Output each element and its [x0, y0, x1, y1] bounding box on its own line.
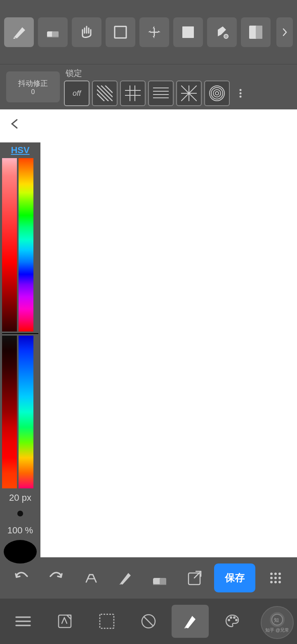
svg-point-35: [240, 89, 242, 91]
svg-rect-3: [115, 26, 126, 38]
more-tools-button[interactable]: [276, 17, 293, 47]
svg-point-31: [215, 92, 219, 95]
pen-button[interactable]: [111, 564, 139, 592]
svg-line-25: [189, 93, 197, 101]
lock-concentric-button[interactable]: [204, 80, 230, 106]
eraser-bottom-button[interactable]: [145, 564, 174, 592]
pencil-tool-button[interactable]: [4, 17, 34, 47]
color-strips-top[interactable]: [2, 158, 38, 331]
zhihu-inner: 知 知乎 @兄常: [265, 612, 289, 633]
concentric-circles-icon: [209, 85, 225, 101]
zhihu-icon: 知: [270, 612, 285, 627]
svg-point-50: [270, 581, 273, 583]
svg-point-36: [240, 92, 242, 95]
zhihu-label: 知乎 @兄常: [265, 627, 289, 633]
top-toolbar: [0, 0, 297, 64]
redo-button[interactable]: [42, 564, 71, 592]
eraser-tool-button[interactable]: [38, 17, 68, 47]
svg-point-45: [274, 573, 277, 575]
lock-label: 锁定: [66, 68, 249, 79]
shake-correction-button[interactable]: 抖动修正 0: [6, 71, 60, 102]
color-swatch-button[interactable]: [241, 17, 271, 47]
left-panel: HSV 20 px 100 %: [0, 142, 40, 564]
lock-horizontal-button[interactable]: [148, 80, 174, 106]
saturation-strip[interactable]: [2, 158, 17, 331]
nav-edit-button[interactable]: [46, 605, 83, 638]
strip-divider: [2, 333, 38, 334]
horizontal-lines-icon: [153, 85, 169, 101]
nav-cancel-select-button[interactable]: [130, 605, 167, 638]
rect-select-tool-button[interactable]: [106, 17, 135, 47]
brush-dot-container: [2, 505, 38, 523]
more-dots-icon: [235, 88, 246, 99]
save-button[interactable]: 保存: [214, 564, 255, 592]
svg-rect-40: [160, 578, 166, 585]
canvas-area[interactable]: [0, 109, 297, 564]
svg-point-49: [278, 577, 281, 579]
svg-point-46: [278, 573, 281, 575]
back-button[interactable]: [4, 114, 25, 134]
svg-line-10: [97, 85, 113, 101]
svg-text:知: 知: [274, 617, 279, 623]
svg-point-52: [278, 581, 281, 583]
zhihu-badge[interactable]: 知 知乎 @兄常: [261, 606, 294, 639]
opacity-label: 100 %: [7, 525, 33, 536]
svg-rect-58: [100, 614, 114, 628]
svg-point-51: [274, 581, 277, 583]
lock-radial-button[interactable]: [176, 80, 202, 106]
brush-size-label: 20 px: [9, 492, 31, 503]
value-strip[interactable]: [2, 336, 17, 488]
diagonal-lines-icon: [97, 85, 113, 101]
nav-bar: 知 知乎 @兄常: [0, 599, 297, 644]
svg-point-63: [233, 616, 236, 619]
shake-label: 抖动修正: [18, 78, 48, 88]
svg-rect-9: [256, 26, 262, 39]
svg-line-60: [144, 616, 153, 626]
lock-off-label: off: [73, 89, 81, 98]
color-picker-button[interactable]: [76, 564, 105, 592]
svg-point-7: [224, 34, 228, 38]
shake-value: 0: [31, 88, 35, 96]
radial-lines-icon: [181, 85, 197, 101]
second-toolbar: 抖动修正 0 锁定 off: [0, 64, 297, 109]
lock-section: 锁定 off: [64, 68, 249, 106]
undo-button[interactable]: [7, 564, 36, 592]
fill-tool-button[interactable]: [207, 17, 237, 47]
nav-brush-button[interactable]: [172, 605, 209, 638]
hue-strip-2[interactable]: [19, 336, 33, 488]
move-tool-button[interactable]: [139, 17, 169, 47]
brush-dot: [17, 511, 23, 516]
nav-select-button[interactable]: [88, 605, 125, 638]
svg-point-48: [274, 577, 277, 579]
color-preview[interactable]: [4, 540, 37, 564]
lock-options: off: [64, 80, 249, 106]
svg-line-23: [189, 85, 197, 93]
lock-off-button[interactable]: off: [64, 80, 90, 106]
svg-point-47: [270, 577, 273, 579]
svg-point-34: [210, 86, 224, 101]
lock-more-button[interactable]: [232, 80, 249, 106]
lock-diagonal-button[interactable]: [92, 80, 118, 106]
svg-point-32: [213, 90, 221, 97]
svg-point-61: [228, 619, 230, 621]
fill-rect-tool-button[interactable]: [173, 17, 203, 47]
svg-rect-6: [182, 26, 194, 38]
hand-tool-button[interactable]: [72, 17, 101, 47]
export-button[interactable]: [180, 564, 209, 592]
save-label: 保存: [225, 571, 245, 585]
color-mode-label[interactable]: HSV: [11, 145, 29, 156]
nav-menu-button[interactable]: [5, 605, 42, 638]
color-strips-bottom[interactable]: [2, 336, 38, 488]
svg-point-44: [270, 573, 273, 575]
svg-rect-42: [189, 573, 200, 585]
nav-palette-button[interactable]: [214, 605, 251, 638]
svg-line-29: [181, 85, 189, 93]
grid-lines-icon: [125, 85, 141, 101]
hue-strip[interactable]: [19, 158, 33, 331]
svg-line-13: [105, 85, 113, 93]
svg-point-62: [230, 616, 232, 619]
bottom-toolbar: 保存: [0, 557, 297, 599]
svg-line-14: [97, 94, 104, 101]
grid-dots-button[interactable]: [261, 564, 290, 592]
lock-grid-button[interactable]: [120, 80, 146, 106]
